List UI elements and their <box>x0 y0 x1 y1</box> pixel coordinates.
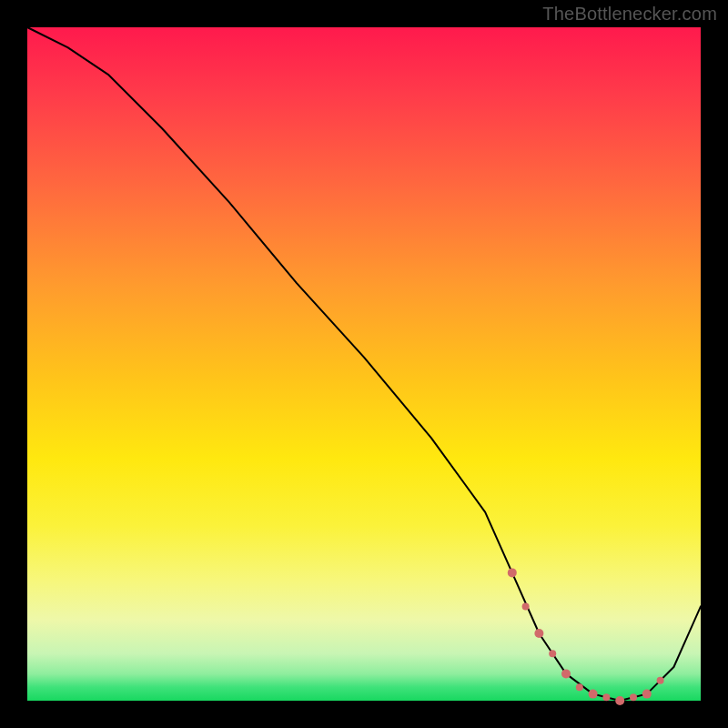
curve-marker <box>657 677 664 684</box>
curve-marker <box>522 602 530 610</box>
curve-marker <box>508 568 517 577</box>
marker-group <box>508 568 664 705</box>
curve-marker <box>602 693 610 701</box>
curve-svg <box>27 27 701 701</box>
curve-marker <box>534 629 543 638</box>
curve-marker <box>630 693 637 701</box>
plot-area <box>27 27 701 701</box>
attribution-label: TheBottlenecker.com <box>542 4 717 25</box>
curve-marker <box>561 669 571 678</box>
curve-marker <box>576 683 583 691</box>
curve-marker <box>549 650 556 657</box>
curve-marker <box>642 690 652 699</box>
chart-frame: TheBottlenecker.com <box>0 0 728 728</box>
bottleneck-curve-path <box>27 27 701 701</box>
curve-marker <box>589 690 598 699</box>
curve-marker <box>615 696 624 705</box>
